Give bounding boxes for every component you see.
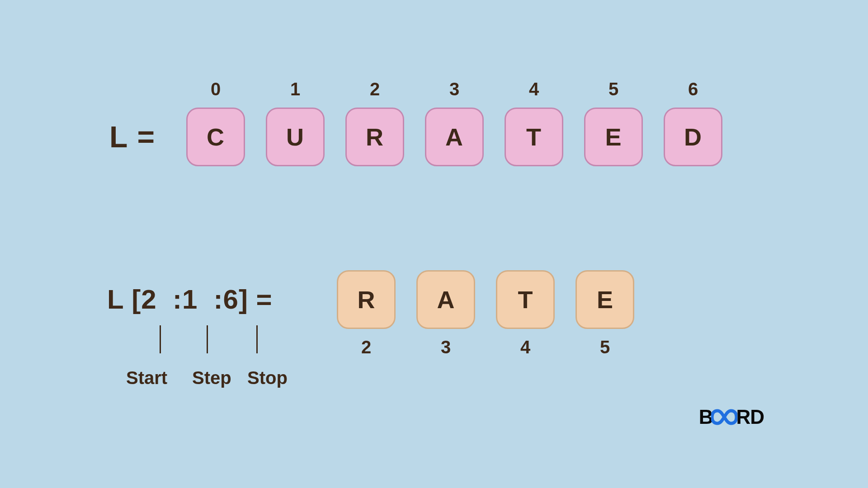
pointer-line-step xyxy=(207,325,208,353)
pointer-line-start xyxy=(160,325,161,353)
list-cell: C xyxy=(186,108,245,166)
pointer-line-stop xyxy=(256,325,258,353)
pointer-label-start: Start xyxy=(126,368,167,388)
list-cells: C U R A T E D xyxy=(186,108,722,166)
index-label: 1 xyxy=(266,79,325,99)
slice-cell: E xyxy=(576,270,634,329)
slice-expression: L [2 :1 :6] = xyxy=(107,284,273,315)
index-label: 4 xyxy=(505,79,563,99)
index-label: 3 xyxy=(416,337,475,357)
slice-cell: T xyxy=(496,270,555,329)
pointer-label-stop: Stop xyxy=(247,368,288,388)
list-variable-label: L = xyxy=(109,120,156,154)
index-label: 2 xyxy=(345,79,404,99)
index-label: 5 xyxy=(584,79,643,99)
list-cell: D xyxy=(664,108,722,166)
list-cell: A xyxy=(425,108,484,166)
list-cell: U xyxy=(266,108,325,166)
top-index-row: 0 1 2 3 4 5 6 xyxy=(186,79,722,99)
index-label: 0 xyxy=(186,79,245,99)
index-label: 2 xyxy=(337,337,396,357)
index-label: 6 xyxy=(664,79,722,99)
slice-cell: A xyxy=(416,270,475,329)
index-label: 4 xyxy=(496,337,555,357)
diagram-canvas: L = 0 1 2 3 4 5 6 C U R A T E D L [2 :1 … xyxy=(87,49,781,439)
brand-logo: B RD xyxy=(699,406,764,428)
list-cell: T xyxy=(505,108,563,166)
pointer-label-step: Step xyxy=(192,368,231,388)
infinity-icon xyxy=(711,409,737,425)
index-label: 5 xyxy=(576,337,634,357)
list-cell: E xyxy=(584,108,643,166)
brand-text-left: B xyxy=(699,406,713,428)
brand-text-right: RD xyxy=(736,406,764,428)
index-label: 3 xyxy=(425,79,484,99)
bottom-index-row: 2 3 4 5 xyxy=(337,337,634,357)
list-cell: R xyxy=(345,108,404,166)
slice-cell: R xyxy=(337,270,396,329)
slice-cells: R A T E xyxy=(337,270,634,329)
